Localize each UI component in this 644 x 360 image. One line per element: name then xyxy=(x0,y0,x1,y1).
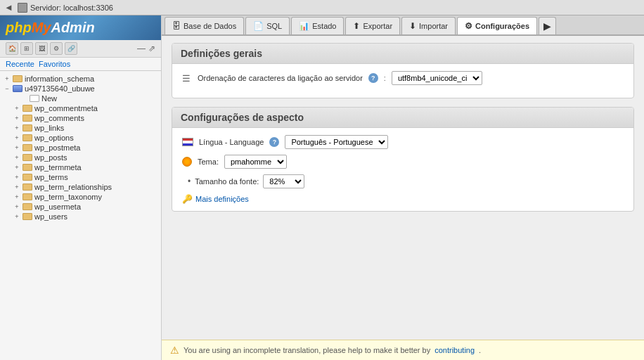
tree-label-u497135640_ubuwe: u497135640_ubuwe xyxy=(25,84,158,93)
tree-label-wp_termmeta: wp_termmeta xyxy=(34,163,158,172)
tree-item-wp_users[interactable]: + wp_users xyxy=(0,212,161,221)
tree-item-u497135640_ubuwe[interactable]: − u497135640_ubuwe xyxy=(0,84,161,94)
sidebar-nav: Recente Favoritos xyxy=(0,58,161,71)
tree-area: + information_schema − u497135640_ubuwe … xyxy=(0,71,161,360)
mais-definicoes-label: Mais definições xyxy=(195,195,249,203)
tree-toggle-information_schema[interactable]: + xyxy=(3,75,11,83)
section-definicoes-gerais-header: Definições gerais xyxy=(172,44,633,64)
lingua-info-icon[interactable]: ? xyxy=(269,137,279,147)
lingua-select[interactable]: Português - Portuguese English Español F… xyxy=(285,135,388,149)
tree-item-wp_term_taxonomy[interactable]: + wp_term_taxonomy xyxy=(0,192,161,202)
sidebar: phpMyAdmin 🏠 ⊞ 🖼 ⚙ 🔗 — ⇗ Recente Favorit… xyxy=(0,15,162,360)
tree-toggle-wp_comments[interactable]: + xyxy=(13,114,21,122)
lingua-label: Língua - Language xyxy=(199,138,264,146)
back-arrow[interactable]: ◄ xyxy=(4,2,13,13)
section-configuracoes-aspecto-header: Configurações de aspecto xyxy=(172,108,633,128)
favoritos-link[interactable]: Favoritos xyxy=(39,60,70,68)
theme-icon xyxy=(182,157,192,167)
warning-bar: ⚠ You are using an incomplete translatio… xyxy=(162,340,644,360)
server-icon xyxy=(18,3,27,13)
ordenacao-info-icon[interactable]: ? xyxy=(368,73,378,83)
content-scroll: Definições gerais ☰ Ordenação de caracte… xyxy=(162,36,644,340)
db-tab-icon: 🗄 xyxy=(172,21,181,31)
tree-item-information_schema[interactable]: + information_schema xyxy=(0,74,161,84)
sidebar-minimize-btn[interactable]: — xyxy=(137,44,146,53)
tree-item-wp_termmeta[interactable]: + wp_termmeta xyxy=(0,162,161,172)
tree-toggle-wp_term_relationships[interactable]: + xyxy=(13,183,21,191)
tree-item-wp_links[interactable]: + wp_links xyxy=(0,123,161,133)
tab-estado[interactable]: 📊 Estado xyxy=(291,17,344,34)
contributing-link[interactable]: contributing xyxy=(434,346,475,354)
mais-definicoes-link[interactable]: 🔑 Mais definições xyxy=(182,194,624,204)
list-icon: ☰ xyxy=(182,73,191,84)
tema-select[interactable]: pmahomme original metro xyxy=(224,155,287,169)
tree-toggle-u497135640_ubuwe[interactable]: − xyxy=(3,84,11,93)
tree-label-wp_term_taxonomy: wp_term_taxonomy xyxy=(34,193,158,201)
tab-base-de-dados[interactable]: 🗄 Base de Dados xyxy=(165,17,244,34)
tamanho-label: Tamanho da fonte: xyxy=(195,177,259,186)
tree-toggle-wp_options[interactable]: + xyxy=(13,134,21,142)
db-icon-wp_options xyxy=(22,134,32,141)
recente-link[interactable]: Recente xyxy=(6,60,34,68)
warning-icon: ⚠ xyxy=(170,345,179,356)
logo-my: My xyxy=(32,20,51,35)
tab-bar: 🗄 Base de Dados 📄 SQL 📊 Estado ⬆ Exporta… xyxy=(162,15,644,36)
tree-toggle-wp_postmeta[interactable]: + xyxy=(13,143,21,152)
ordenacao-label: Ordenação de caracteres da ligação ao se… xyxy=(198,74,363,82)
tab-configuracoes[interactable]: ⚙ Configurações xyxy=(457,17,537,34)
link-icon-btn[interactable]: 🔗 xyxy=(65,42,77,55)
ordenacao-row: ☰ Ordenação de caracteres da ligação ao … xyxy=(182,71,624,85)
main-layout: phpMyAdmin 🏠 ⊞ 🖼 ⚙ 🔗 — ⇗ Recente Favorit… xyxy=(0,15,644,360)
sidebar-link-btn[interactable]: ⇗ xyxy=(148,44,155,53)
db-icon-wp_comments xyxy=(22,115,32,122)
tree-item-wp_commentmeta[interactable]: + wp_commentmeta xyxy=(0,103,161,113)
section-configuracoes-aspecto-title: Configurações de aspecto xyxy=(181,112,304,123)
tree-toggle-wp_terms[interactable]: + xyxy=(13,173,21,181)
content-area: 🗄 Base de Dados 📄 SQL 📊 Estado ⬆ Exporta… xyxy=(162,15,644,360)
warning-text: You are using an incomplete translation,… xyxy=(183,346,430,354)
tab-estado-label: Estado xyxy=(312,22,336,30)
tamanho-row: • Tamanho da fonte: 82% 75% 100% 110% 12… xyxy=(188,174,624,188)
tamanho-select[interactable]: 82% 75% 100% 110% 125% xyxy=(263,174,304,188)
lingua-row: Língua - Language ? Português - Portugue… xyxy=(182,135,624,149)
tree-item-wp_usermeta[interactable]: + wp_usermeta xyxy=(0,202,161,212)
tab-sql[interactable]: 📄 SQL xyxy=(245,17,290,34)
tab-exportar[interactable]: ⬆ Exportar xyxy=(345,17,400,34)
tree-toggle-new xyxy=(20,94,28,103)
grid-icon-btn[interactable]: ⊞ xyxy=(20,42,33,55)
tree-toggle-wp_posts[interactable]: + xyxy=(13,153,21,162)
image-icon-btn[interactable]: 🖼 xyxy=(35,42,48,55)
section-definicoes-gerais-body: ☰ Ordenação de caracteres da ligação ao … xyxy=(172,64,633,98)
tree-toggle-wp_termmeta[interactable]: + xyxy=(13,163,21,172)
db-icon-wp_links xyxy=(22,124,32,131)
tree-label-wp_terms: wp_terms xyxy=(34,173,158,181)
tree-item-wp_comments[interactable]: + wp_comments xyxy=(0,113,161,123)
gear-icon-btn[interactable]: ⚙ xyxy=(50,42,63,55)
tree-toggle-wp_links[interactable]: + xyxy=(13,124,21,132)
bullet-icon: • xyxy=(188,176,191,186)
sidebar-logo: phpMyAdmin xyxy=(0,15,161,40)
tree-toggle-wp_users[interactable]: + xyxy=(13,212,21,221)
tree-toggle-wp_term_taxonomy[interactable]: + xyxy=(13,193,21,201)
tree-item-wp_term_relationships[interactable]: + wp_term_relationships xyxy=(0,182,161,192)
tree-item-wp_posts[interactable]: + wp_posts xyxy=(0,153,161,162)
tab-configuracoes-label: Configurações xyxy=(475,22,529,30)
importar-tab-icon: ⬇ xyxy=(409,21,416,31)
tree-toggle-wp_usermeta[interactable]: + xyxy=(13,202,21,211)
tab-importar[interactable]: ⬇ Importar xyxy=(401,17,456,34)
tree-label-wp_usermeta: wp_usermeta xyxy=(34,202,158,211)
tree-toggle-wp_commentmeta[interactable]: + xyxy=(13,104,21,112)
exportar-tab-icon: ⬆ xyxy=(353,21,360,31)
tab-exportar-label: Exportar xyxy=(363,22,392,30)
tree-item-wp_postmeta[interactable]: + wp_postmeta xyxy=(0,143,161,153)
db-icon-wp_term_relationships xyxy=(22,184,32,191)
tree-item-wp_options[interactable]: + wp_options xyxy=(0,133,161,143)
db-icon-wp_postmeta xyxy=(22,144,32,151)
ordenacao-select[interactable]: utf8mb4_unicode_ci utf8_general_ci latin… xyxy=(392,71,482,85)
tree-item-wp_terms[interactable]: + wp_terms xyxy=(0,172,161,182)
tree-label-wp_posts: wp_posts xyxy=(34,153,158,162)
key-icon: 🔑 xyxy=(182,194,193,204)
tree-item-new[interactable]: New xyxy=(0,94,161,103)
home-icon-btn[interactable]: 🏠 xyxy=(6,42,18,55)
tab-more[interactable]: ▶ xyxy=(539,17,556,34)
